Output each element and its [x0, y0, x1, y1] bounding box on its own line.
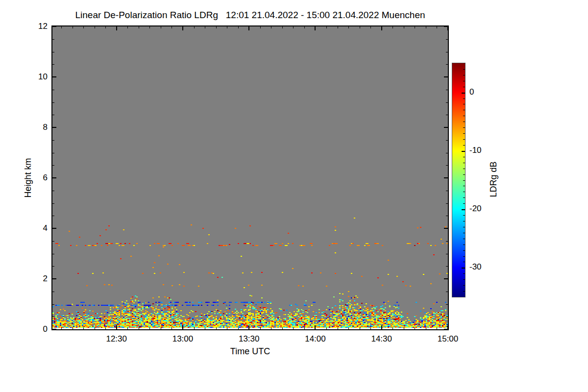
colorbar-tick-label: 0 [469, 87, 494, 97]
colorbar-tick [463, 69, 465, 70]
colorbar-tick [463, 116, 465, 116]
colorbar-tick [463, 110, 465, 110]
colorbar-tick [463, 239, 465, 239]
colorbar-tick [463, 262, 465, 262]
colorbar-tick [463, 186, 465, 186]
y-tick-label: 2 [26, 274, 48, 284]
colorbar [452, 63, 466, 297]
colorbar-tick [463, 197, 465, 198]
colorbar-tick [463, 227, 465, 227]
x-tick-label: 12:30 [97, 334, 136, 344]
colorbar-tick-label: -20 [469, 204, 494, 214]
x-tick-label: 13:30 [229, 334, 269, 344]
y-axis-label: Height km [23, 158, 33, 197]
plot-area [51, 25, 449, 330]
colorbar-tick [463, 127, 465, 128]
colorbar-tick [463, 215, 465, 216]
colorbar-tick [463, 174, 465, 175]
colorbar-tick [463, 104, 465, 104]
colorbar-tick [463, 180, 465, 181]
colorbar-tick [463, 250, 465, 251]
colorbar-tick [463, 256, 465, 257]
colorbar-tick [463, 122, 465, 122]
colorbar-tick [463, 203, 465, 204]
plot-canvas [52, 26, 448, 329]
y-tick-label: 12 [26, 22, 48, 31]
colorbar-tick [463, 233, 465, 233]
colorbar-tick [463, 279, 465, 280]
colorbar-tick [463, 139, 465, 140]
colorbar-tick [463, 81, 465, 81]
x-tick-label: 15:00 [428, 334, 467, 344]
x-tick-label: 14:30 [362, 334, 401, 344]
colorbar-tick [463, 291, 465, 292]
colorbar-tick [463, 163, 465, 163]
y-tick-label: 8 [26, 122, 48, 132]
colorbar-tick [463, 133, 465, 134]
colorbar-tick [463, 87, 465, 87]
x-tick-label: 14:00 [295, 334, 335, 344]
colorbar-tick [463, 75, 465, 75]
colorbar-tick [463, 221, 465, 221]
chart-title: Linear De-Polarization Ratio LDRg 12:01 … [52, 10, 448, 21]
colorbar-label: LDRg dB [489, 161, 499, 197]
colorbar-tick [463, 157, 465, 157]
y-tick-label: 10 [26, 72, 48, 82]
x-axis-label: Time UTC [52, 346, 448, 357]
colorbar-tick [462, 209, 465, 210]
colorbar-tick [462, 268, 465, 269]
y-tick-label: 0 [26, 324, 48, 334]
figure: Linear De-Polarization Ratio LDRg 12:01 … [0, 0, 588, 392]
colorbar-tick [463, 98, 465, 99]
colorbar-tick [463, 145, 465, 146]
colorbar-tick [463, 273, 465, 274]
x-tick-label: 13:00 [163, 334, 202, 344]
colorbar-tick [463, 245, 465, 245]
colorbar-tick [463, 192, 465, 192]
colorbar-tick [462, 151, 465, 152]
colorbar-tick [462, 93, 465, 94]
colorbar-tick-label: -30 [469, 262, 494, 272]
y-tick-label: 4 [26, 223, 48, 233]
colorbar-tick [463, 169, 465, 169]
colorbar-tick-label: -10 [469, 146, 494, 155]
colorbar-tick [463, 285, 465, 286]
